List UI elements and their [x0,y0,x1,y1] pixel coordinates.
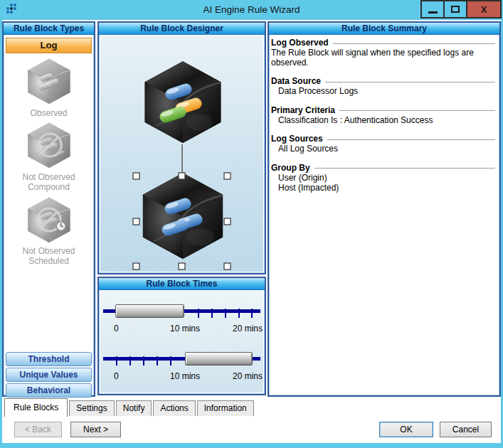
tab-actions[interactable]: Actions [153,400,195,416]
section-title: Primary Criteria [271,105,335,115]
slider-label-20: 20 mins [233,324,263,334]
slider-label-0: 0 [114,324,119,334]
section-divider [333,43,495,44]
minimize-button[interactable] [420,0,445,18]
slider-handle[interactable] [115,304,184,318]
title-bar: AI Engine Rule Wizard X [0,0,503,20]
section-line: Data Processor Logs [271,87,497,97]
behavioral-button[interactable]: Behavioral [6,383,92,398]
not-observed-scheduled-cube-icon[interactable] [4,197,94,245]
section-line: Host (Impacted) [271,183,497,193]
tab-rule-blocks[interactable]: Rule Blocks [4,398,68,417]
rule-block-designer-header: Rule Block Designer [99,23,265,35]
rule-block-cube-top [145,61,221,143]
time-slider-1: 0 10 mins 20 mins [100,295,263,339]
designer-canvas[interactable] [100,36,263,272]
slider-label-0: 0 [114,371,119,381]
window-controls: X [422,0,502,18]
observed-cube-icon[interactable] [4,58,94,107]
slider-tick [129,356,131,366]
ai-engine-rule-wizard-window: AI Engine Rule Wizard X Rule Block Types… [0,0,503,448]
maximize-icon [451,6,460,13]
not-observed-scheduled-label: Not Observed Scheduled [4,246,94,266]
section-divider [314,168,495,169]
slider-tick [157,356,158,366]
back-button[interactable]: < Back [14,422,62,437]
observed-label: Observed [4,108,94,118]
log-type-button[interactable]: Log [6,38,92,53]
tab-settings[interactable]: Settings [69,400,114,416]
section-divider [325,82,495,82]
tab-notify[interactable]: Notify [116,400,152,416]
slider-tick [143,356,144,366]
time-slider-2: 0 10 mins 20 mins [100,343,263,387]
section-title: Log Sources [271,134,323,144]
summary-section-primary-criteria: Primary Criteria Classification Is : Aut… [271,105,497,126]
summary-section-log-sources: Log Sources All Log Sources [271,134,497,154]
rule-block-cube-selected [143,173,223,259]
slider-tick [198,309,199,318]
tab-information[interactable]: Information [197,400,254,416]
section-line: User (Origin) [271,174,497,183]
times-body: 0 10 mins 20 mins 0 10 mins 20 mins [100,291,263,393]
rule-block-summary-panel: Rule Block Summary Log Observed The Rule… [268,21,501,397]
section-line: Classification Is : Authentication Succe… [271,116,497,126]
slider-tick [238,309,240,318]
threshold-button[interactable]: Threshold [6,352,92,366]
rule-block-times-panel: Rule Block Times 0 10 mins 20 mins [97,277,266,395]
minimize-icon [428,11,438,14]
rule-block-designer-panel: Rule Block Designer [97,21,266,274]
unique-values-button[interactable]: Unique Values [6,368,92,382]
maximize-button[interactable] [443,0,467,18]
wizard-tabstrip: Rule Blocks Settings Notify Actions Info… [4,398,255,416]
client-area: Rule Block Types Log Observed [2,20,501,443]
slider-tick [225,309,226,318]
not-observed-compound-label: Not Observed Compound [4,172,94,192]
close-button[interactable]: X [466,0,502,18]
section-title: Data Source [271,76,321,86]
rule-block-summary-header: Rule Block Summary [269,23,499,35]
slider-tick [211,309,213,318]
slider-handle[interactable] [185,352,253,366]
slider-tick [251,309,253,318]
rule-block-types-panel: Rule Block Types Log Observed [2,21,95,397]
summary-section-log-observed: Log Observed The Rule Block will signal … [271,38,497,68]
rule-block-types-header: Rule Block Types [4,23,94,35]
slider-tick [170,356,171,366]
section-line: The Rule Block will signal when the spec… [271,48,497,68]
summary-section-group-by: Group By User (Origin) Host (Impacted) [271,163,497,193]
close-icon: X [481,4,487,15]
summary-body: Log Observed The Rule Block will signal … [269,35,499,193]
section-line: All Log Sources [271,144,497,154]
summary-section-data-source: Data Source Data Processor Logs [271,76,497,97]
next-button[interactable]: Next > [70,422,121,437]
not-observed-compound-cube-icon[interactable] [4,122,94,171]
ok-button[interactable]: OK [379,422,433,437]
slider-label-10: 10 mins [170,324,200,334]
rule-block-times-header: Rule Block Times [99,278,265,290]
section-title: Log Observed [271,38,329,48]
slider-tick [116,356,117,366]
slider-label-20: 20 mins [233,371,263,381]
section-title: Group By [271,163,310,173]
slider-label-10: 10 mins [170,371,200,381]
section-divider [327,139,495,140]
cancel-button[interactable]: Cancel [440,422,492,437]
section-divider [339,110,495,111]
